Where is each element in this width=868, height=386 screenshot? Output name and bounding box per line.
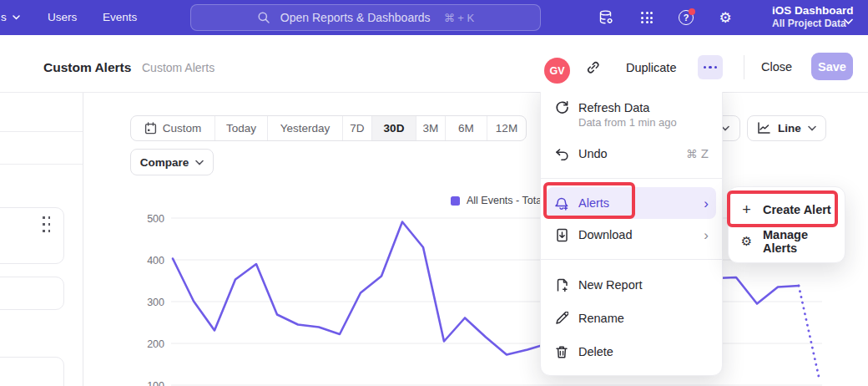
- menu-item-download[interactable]: Download ›: [541, 219, 722, 251]
- menu-item-rename[interactable]: Rename: [541, 302, 722, 335]
- svg-text:300: 300: [147, 297, 164, 308]
- new-report-icon: [554, 278, 569, 292]
- sidebar-card[interactable]: [0, 357, 64, 386]
- sidebar-divider: [83, 92, 83, 386]
- settings-gear-icon[interactable]: ⚙: [716, 8, 734, 27]
- svg-text:100: 100: [147, 380, 164, 386]
- submenu-arrow-icon: ›: [704, 228, 709, 242]
- submenu-arrow-icon: ›: [704, 196, 709, 211]
- gear-icon: ⚙: [739, 236, 754, 248]
- compare-button[interactable]: Compare: [130, 149, 214, 175]
- top-nav: s Users Events Open Reports & Dashboards…: [0, 0, 868, 35]
- legend-label: All Events - Total: [467, 195, 544, 206]
- range-6m[interactable]: 6M: [446, 116, 487, 140]
- menu-separator: [541, 178, 722, 179]
- breadcrumb: Custom Alerts: [142, 61, 214, 74]
- duplicate-button[interactable]: Duplicate: [626, 61, 676, 74]
- range-yesterday[interactable]: Yesterday: [268, 116, 343, 140]
- notification-dot: [689, 8, 695, 15]
- pencil-icon: [554, 312, 569, 325]
- search-icon: [257, 11, 270, 24]
- undo-shortcut: ⌘ Z: [686, 147, 709, 160]
- close-button[interactable]: Close: [761, 60, 792, 74]
- submenu-item-create-alert[interactable]: + Create Alert: [729, 194, 845, 226]
- sidebar-separator: [0, 164, 83, 165]
- alerts-submenu: + Create Alert ⚙ Manage Alerts: [728, 186, 845, 263]
- page-title: Custom Alerts: [43, 60, 131, 75]
- nav-item-truncated[interactable]: s: [1, 11, 20, 23]
- download-file-icon: [554, 228, 569, 242]
- bell-plus-icon: [554, 196, 569, 211]
- svg-text:500: 500: [147, 213, 164, 225]
- global-search[interactable]: Open Reports & Dashboards ⌘ + K: [190, 4, 541, 31]
- more-options-menu: Refresh Data Data from 1 min ago Undo ⌘ …: [540, 82, 723, 376]
- data-management-icon[interactable]: [597, 8, 615, 27]
- svg-text:400: 400: [147, 255, 164, 267]
- range-12m[interactable]: 12M: [487, 116, 526, 140]
- menu-item-refresh-data[interactable]: Refresh Data Data from 1 min ago: [541, 91, 722, 138]
- calendar-icon: [144, 122, 157, 135]
- chevron-down-icon: [808, 125, 816, 131]
- date-range-control: CustomTodayYesterday7D30D3M6M12M: [130, 115, 527, 141]
- menu-separator: [541, 259, 722, 260]
- range-today[interactable]: Today: [215, 116, 268, 140]
- chevron-down-icon[interactable]: [844, 13, 853, 28]
- range-custom[interactable]: Custom: [131, 116, 215, 140]
- chevron-down-icon: [13, 15, 20, 20]
- search-shortcut: ⌘ + K: [444, 12, 475, 24]
- menu-item-alerts[interactable]: Alerts ›: [547, 187, 716, 219]
- header-bottom-border: [0, 92, 868, 93]
- sidebar-card[interactable]: [0, 277, 64, 310]
- range-30d[interactable]: 30D: [372, 116, 416, 140]
- app-window: 500400300200100 All Events - Total Custo…: [0, 0, 868, 386]
- undo-icon: [554, 148, 569, 160]
- range-3m[interactable]: 3M: [416, 116, 446, 140]
- save-button[interactable]: Save: [811, 53, 853, 80]
- nav-item-users[interactable]: Users: [48, 11, 77, 23]
- submenu-item-manage-alerts[interactable]: ⚙ Manage Alerts: [729, 226, 845, 257]
- chart-type-button[interactable]: Line: [747, 115, 826, 141]
- line-chart-icon: [757, 122, 771, 135]
- chevron-down-icon: [195, 160, 204, 165]
- range-7d[interactable]: 7D: [343, 116, 372, 140]
- refresh-icon: [554, 100, 569, 114]
- sidebar-separator: [0, 131, 83, 132]
- trash-icon: [554, 345, 569, 359]
- svg-text:200: 200: [147, 338, 164, 350]
- header-divider: [744, 55, 744, 79]
- sidebar-card[interactable]: [0, 207, 64, 264]
- avatar[interactable]: GV: [544, 58, 570, 84]
- copy-link-icon[interactable]: [586, 60, 600, 78]
- menu-item-new-report[interactable]: New Report: [541, 268, 722, 302]
- menu-item-delete[interactable]: Delete: [541, 335, 722, 368]
- project-name: iOS Dashboard: [772, 4, 854, 17]
- project-scope: All Project Data: [772, 18, 854, 29]
- apps-grid-icon[interactable]: [638, 8, 656, 27]
- drag-handle-icon[interactable]: [43, 216, 50, 232]
- chart-legend: All Events - Total: [451, 195, 544, 206]
- project-switcher[interactable]: iOS Dashboard All Project Data: [772, 4, 854, 29]
- refresh-data-subtitle: Data from 1 min ago: [578, 116, 709, 129]
- plus-icon: +: [739, 202, 754, 217]
- nav-item-events[interactable]: Events: [103, 11, 137, 23]
- help-icon[interactable]: ?: [677, 8, 695, 27]
- search-placeholder: Open Reports & Dashboards: [280, 11, 431, 24]
- menu-item-undo[interactable]: Undo ⌘ Z: [541, 138, 722, 170]
- legend-swatch: [451, 196, 460, 206]
- more-options-button[interactable]: [698, 55, 723, 79]
